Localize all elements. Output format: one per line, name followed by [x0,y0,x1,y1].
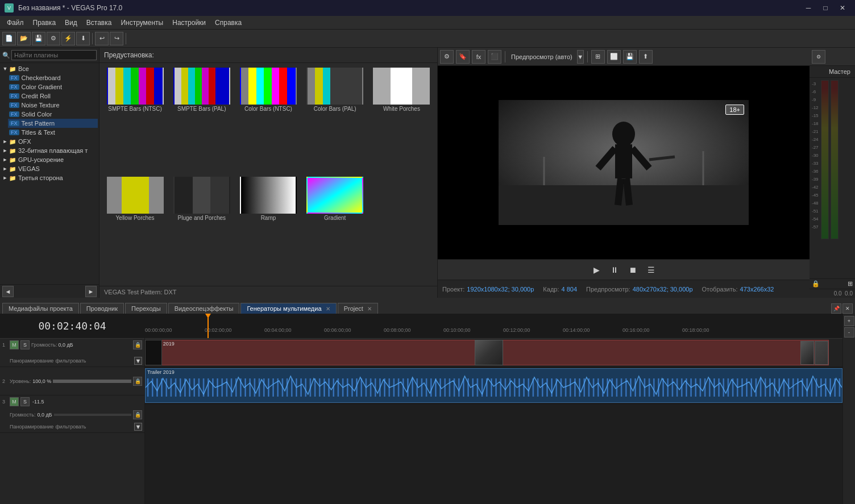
tab-video-fx[interactable]: Видеоспецэффекты [168,303,240,314]
menu-tools[interactable]: Инструменты [116,18,168,28]
menu-insert[interactable]: Вставка [82,18,117,28]
tab-transitions[interactable]: Переходы [125,303,167,314]
track-1-lock[interactable]: 🔒 [133,340,142,349]
preset-ramp[interactable]: Ramp [237,177,299,281]
tb-new[interactable]: 📄 [2,32,16,45]
tab-project-close[interactable]: ✕ [367,306,372,312]
tab-media-gen[interactable]: Генераторы мультимедиа ✕ [240,303,336,314]
track-3-arrow[interactable]: ▼ [134,423,142,431]
tree-item-vegas[interactable]: ► 📁 VEGAS [1,164,98,173]
menu-edit[interactable]: Правка [28,18,61,28]
ruler-mark-3: 00:06:00;00 [324,327,351,333]
search-input[interactable] [11,50,97,60]
nav-left-arrow[interactable]: ◄ [2,286,14,297]
tab-pin-btn[interactable]: 📌 [831,303,841,314]
play-button[interactable]: ▶ [590,263,603,277]
tab-explorer[interactable]: Проводник [80,303,124,314]
tab-project[interactable]: Project ✕ [338,303,378,314]
tb-redo[interactable]: ↪ [110,32,123,45]
preview-bookmark-btn[interactable]: 🔖 [456,50,470,64]
track-1-arrow[interactable]: ▼ [134,357,142,365]
tree-item-32bit[interactable]: ► 📁 32-битная плавающая т [1,146,98,155]
tree-item-solid-color[interactable]: FX Solid Color [8,110,98,119]
preset-color-bars-ntsc[interactable]: Color Bars (NTSC) [237,68,299,172]
menu-settings[interactable]: Настройки [168,18,210,28]
tb-open[interactable]: 📂 [17,32,31,45]
preset-smpte-ntsc[interactable]: SMPTE Bars (NTSC) [104,68,166,172]
preset-pluge[interactable]: Pluge and Porches [171,177,233,281]
menu-help[interactable]: Справка [210,18,246,28]
tree-item-all[interactable]: ▼ 📁 Все [1,64,98,73]
tb-save[interactable]: 💾 [32,32,45,45]
tree-item-titles-text[interactable]: FX Titles & Text [8,128,98,137]
track-2-lock[interactable]: 🔒 [133,377,142,386]
tree-item-ofx[interactable]: ► 📁 OFX [1,137,98,146]
video-thumb-mid[interactable] [475,340,503,365]
preview-settings-btn[interactable]: ⚙ [440,50,454,64]
master-title: Мастер [829,68,850,75]
pause-button[interactable]: ⏸ [608,263,621,277]
grid-icon[interactable]: ⊞ [848,280,853,288]
timeline-main: 00:02:40:04 1 M S Громкость: 0,0 дБ 🔒 Па… [0,314,855,504]
track-3-db: -11.5 [32,399,44,405]
nav-right-arrow[interactable]: ► [85,286,97,297]
audio-clip-1[interactable]: Trailer 2019 [145,368,842,403]
master-settings-btn[interactable]: ⚙ [812,50,825,64]
tree-item-third-party[interactable]: ► 📁 Третья сторона [1,173,98,182]
preset-yellow-porches[interactable]: Yellow Porches [104,177,166,281]
display-info: Отобразить: 473x266x32 [702,286,774,293]
tb-render[interactable]: ⚙ [47,32,60,45]
tree-item-checkerboard[interactable]: FX Checkerboard [8,73,98,82]
preset-gradient[interactable]: Gradient [304,177,366,281]
tree-item-noise-texture[interactable]: FX Noise Texture [8,101,98,110]
track-3-vol-slider[interactable] [54,414,131,416]
menu-file[interactable]: Файл [2,18,28,28]
preview-dropdown-btn[interactable]: ▼ [577,50,584,64]
tree-item-color-gradient[interactable]: FX Color Gradient [8,82,98,91]
lock-icon[interactable]: 🔒 [812,280,820,288]
track-1-solo[interactable]: S [20,340,30,349]
track-3-mute[interactable]: M [10,397,19,406]
tb-capture[interactable]: ⚡ [61,32,75,45]
track-3-lock[interactable]: 🔒 [133,410,142,419]
window-controls[interactable]: ─ □ ✕ [800,2,850,14]
right-sidebar: + - ▲ ▼ [842,314,855,504]
preview-panel: ⚙ 🔖 fx ⬛ Предпросмотр (авто) ▼ ⊞ ⬜ 💾 ⬆ [438,48,810,298]
track-2-slider[interactable] [53,380,131,383]
menu-view[interactable]: Вид [60,18,82,28]
maximize-button[interactable]: □ [817,2,833,14]
preview-export-btn[interactable]: ⬆ [639,50,653,64]
tab-close-btn[interactable]: ✕ [842,303,853,314]
track-1-mute[interactable]: M [10,340,19,349]
preview-save-btn[interactable]: 💾 [623,50,637,64]
close-button[interactable]: ✕ [835,2,850,14]
tb-undo[interactable]: ↩ [95,32,109,45]
preview-grid-btn[interactable]: ⊞ [591,50,605,64]
tab-media-files[interactable]: Медиафайлы проекта [2,303,79,314]
track-2-number: 2 [2,378,8,384]
tb-import[interactable]: ⬇ [76,32,90,45]
preset-label-pluge: Pluge and Porches [178,215,226,221]
zoom-out-btn[interactable]: - [844,327,854,338]
playlist-button[interactable]: ☰ [644,263,658,277]
preset-color-bars-pal[interactable]: Color Bars (PAL) [304,68,366,172]
stop-button[interactable]: ⏹ [626,263,640,277]
tree-item-test-pattern[interactable]: FX Test Pattern [8,119,98,128]
track-3-pan-label: Панорамирование [10,424,53,430]
preview-fx-btn[interactable]: fx [472,50,485,64]
track-3-solo[interactable]: S [20,397,30,406]
preview-capture-btn[interactable]: ⬛ [488,50,501,64]
track-header-2: 2 Уровень: 100,0 % 🔒 [0,367,144,395]
svg-line-6 [618,178,621,205]
prev-sep-1 [505,51,505,63]
tree-item-gpu[interactable]: ► 📁 GPU-ускорение [1,155,98,164]
preview-split-btn[interactable]: ⬜ [607,50,621,64]
preset-smpte-pal[interactable]: SMPTE Bars (PAL) [171,68,233,172]
preset-white-porches[interactable]: White Porches [371,68,433,172]
tree-item-credit-roll[interactable]: FX Credit Roll [8,91,98,101]
minimize-button[interactable]: ─ [800,2,816,14]
tab-media-gen-close[interactable]: ✕ [326,306,330,312]
zoom-in-btn[interactable]: + [844,316,854,326]
video-clip-black[interactable] [145,340,162,365]
preset-header: Предустановка: [99,48,437,63]
